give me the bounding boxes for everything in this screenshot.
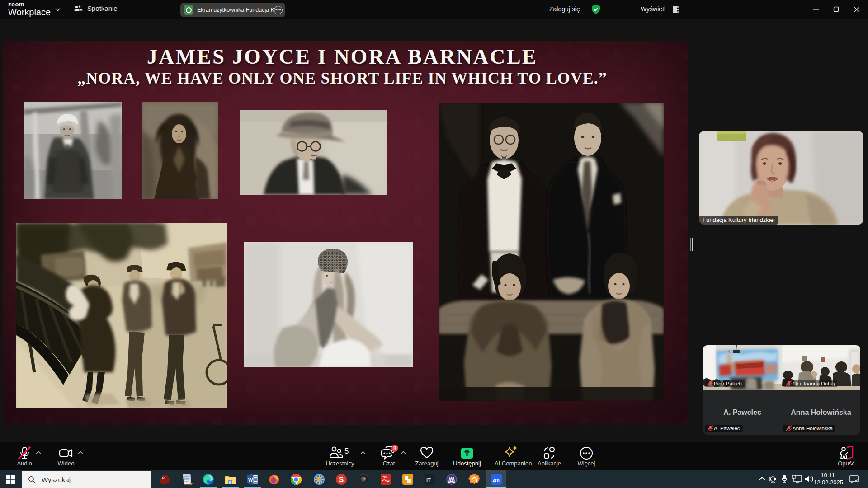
svg-text:5: 5: [344, 447, 349, 455]
svg-text:S: S: [339, 475, 344, 484]
svg-text:3: 3: [393, 446, 396, 452]
svg-text:zm: zm: [493, 477, 500, 483]
svg-text:IT: IT: [426, 477, 431, 483]
svg-text:PDF: PDF: [382, 475, 389, 479]
svg-text:W: W: [248, 477, 253, 483]
